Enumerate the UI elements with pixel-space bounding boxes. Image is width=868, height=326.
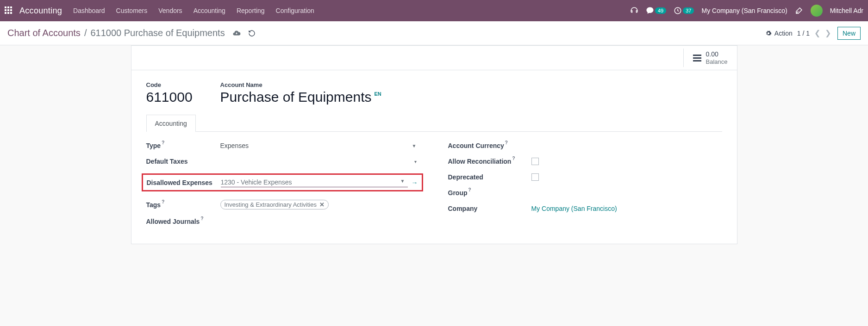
disallowed-expenses-label: Disallowed Expenses bbox=[147, 179, 212, 186]
breadcrumb-current: 611000 Purchase of Equipments bbox=[90, 28, 225, 38]
help-icon[interactable]: ? bbox=[162, 199, 164, 204]
tools-icon[interactable] bbox=[795, 6, 803, 15]
chevron-down-icon: ▼ bbox=[412, 143, 417, 148]
discard-icon[interactable] bbox=[248, 30, 256, 37]
help-icon[interactable]: ? bbox=[505, 140, 508, 145]
field-deprecated: Deprecated bbox=[448, 173, 722, 181]
nav-customers[interactable]: Customers bbox=[116, 7, 148, 14]
group-label: Group bbox=[448, 189, 468, 197]
apps-grid-icon[interactable] bbox=[5, 6, 13, 15]
pager-text: 1 / 1 bbox=[797, 30, 810, 37]
tags-label: Tags bbox=[146, 201, 161, 209]
list-icon bbox=[693, 55, 701, 62]
activities-badge: 37 bbox=[683, 7, 694, 14]
nav-accounting[interactable]: Accounting bbox=[194, 7, 225, 14]
action-menu[interactable]: Action bbox=[765, 30, 793, 37]
allow-reconciliation-label: Allow Reconciliation bbox=[448, 158, 512, 165]
account-name-label: Account Name bbox=[220, 81, 381, 88]
field-group: Group? bbox=[448, 189, 722, 197]
topbar-right: 49 37 My Company (San Francisco) Mitchel… bbox=[630, 5, 863, 17]
form-sheet: 0.00 Balance Code 611000 Account Name Pu… bbox=[131, 45, 737, 244]
messages-icon[interactable]: 49 bbox=[646, 6, 666, 15]
external-link-icon[interactable]: → bbox=[412, 179, 418, 186]
nav-vendors[interactable]: Vendors bbox=[158, 7, 182, 14]
nav-configuration[interactable]: Configuration bbox=[276, 7, 314, 14]
breadcrumb-root[interactable]: Chart of Accounts bbox=[7, 28, 81, 38]
type-value: Expenses bbox=[220, 142, 249, 149]
help-icon[interactable]: ? bbox=[468, 187, 471, 192]
highlighted-field: Disallowed Expenses 1230 - Vehicle Expen… bbox=[142, 173, 423, 191]
allowed-journals-label: Allowed Journals bbox=[146, 218, 200, 225]
chevron-down-icon: ▼ bbox=[400, 178, 405, 184]
nav-menu: Dashboard Customers Vendors Accounting R… bbox=[73, 7, 314, 14]
nav-dashboard[interactable]: Dashboard bbox=[73, 7, 105, 14]
balance-value: 0.00 bbox=[706, 50, 728, 58]
cloud-save-icon[interactable] bbox=[232, 29, 241, 37]
deprecated-label: Deprecated bbox=[448, 173, 483, 181]
tag-text: Investing & Extraordinary Activities bbox=[225, 201, 317, 208]
tag-chip: Investing & Extraordinary Activities ✕ bbox=[220, 200, 329, 209]
company-link[interactable]: My Company (San Francisco) bbox=[531, 205, 617, 212]
language-badge[interactable]: EN bbox=[374, 91, 381, 97]
company-selector[interactable]: My Company (San Francisco) bbox=[701, 7, 787, 14]
disallowed-expenses-input[interactable]: 1230 - Vehicle Expenses ▼ bbox=[221, 178, 408, 187]
new-button[interactable]: New bbox=[837, 27, 861, 40]
balance-stat-button[interactable]: 0.00 Balance bbox=[683, 49, 737, 67]
tags-input[interactable]: Investing & Extraordinary Activities ✕ bbox=[220, 200, 420, 209]
pager-prev[interactable]: ❮ bbox=[814, 29, 820, 37]
field-allow-reconciliation: Allow Reconciliation? bbox=[448, 158, 722, 165]
breadcrumb-bar: Chart of Accounts / 611000 Purchase of E… bbox=[0, 21, 868, 45]
tag-remove-icon[interactable]: ✕ bbox=[319, 201, 325, 208]
tabs: Accounting bbox=[146, 114, 722, 132]
chevron-down-icon: ▾ bbox=[414, 159, 417, 164]
field-type: Type? Expenses ▼ bbox=[146, 142, 420, 149]
allow-reconciliation-checkbox[interactable] bbox=[531, 158, 539, 165]
field-account-currency: Account Currency? bbox=[448, 142, 722, 149]
company-label: Company bbox=[448, 205, 478, 212]
gear-icon bbox=[765, 30, 772, 37]
type-label: Type bbox=[146, 142, 161, 149]
app-name: Accounting bbox=[19, 6, 62, 16]
messages-badge: 49 bbox=[655, 7, 666, 14]
user-name[interactable]: Mitchell Adr bbox=[830, 7, 863, 14]
nav-reporting[interactable]: Reporting bbox=[237, 7, 265, 14]
code-value[interactable]: 611000 bbox=[146, 89, 193, 105]
disallowed-expenses-value: 1230 - Vehicle Expenses bbox=[221, 178, 292, 186]
top-navbar: Accounting Dashboard Customers Vendors A… bbox=[0, 0, 868, 21]
help-icon[interactable]: ? bbox=[200, 216, 203, 221]
activities-icon[interactable]: 37 bbox=[674, 6, 694, 15]
account-name-value[interactable]: Purchase of Equipments bbox=[220, 89, 372, 105]
field-default-taxes: Default Taxes ▾ bbox=[146, 158, 420, 165]
tab-accounting[interactable]: Accounting bbox=[146, 115, 196, 132]
type-select[interactable]: Expenses ▼ bbox=[220, 142, 420, 149]
field-disallowed-expenses: Disallowed Expenses 1230 - Vehicle Expen… bbox=[147, 178, 418, 187]
help-icon[interactable]: ? bbox=[512, 156, 515, 161]
code-label: Code bbox=[146, 81, 193, 88]
field-tags: Tags? Investing & Extraordinary Activiti… bbox=[146, 200, 420, 209]
help-icon[interactable]: ? bbox=[162, 140, 164, 145]
deprecated-checkbox[interactable] bbox=[531, 173, 539, 181]
stat-bar: 0.00 Balance bbox=[131, 46, 737, 70]
pager-next[interactable]: ❯ bbox=[825, 29, 831, 37]
support-icon[interactable] bbox=[630, 6, 638, 15]
field-allowed-journals: Allowed Journals? bbox=[146, 218, 420, 225]
user-avatar[interactable] bbox=[811, 5, 823, 17]
balance-label: Balance bbox=[706, 58, 728, 66]
action-label: Action bbox=[774, 30, 793, 37]
breadcrumb-separator: / bbox=[84, 28, 87, 38]
default-taxes-label: Default Taxes bbox=[146, 158, 188, 165]
account-currency-label: Account Currency bbox=[448, 142, 504, 149]
field-company: Company My Company (San Francisco) bbox=[448, 205, 722, 212]
